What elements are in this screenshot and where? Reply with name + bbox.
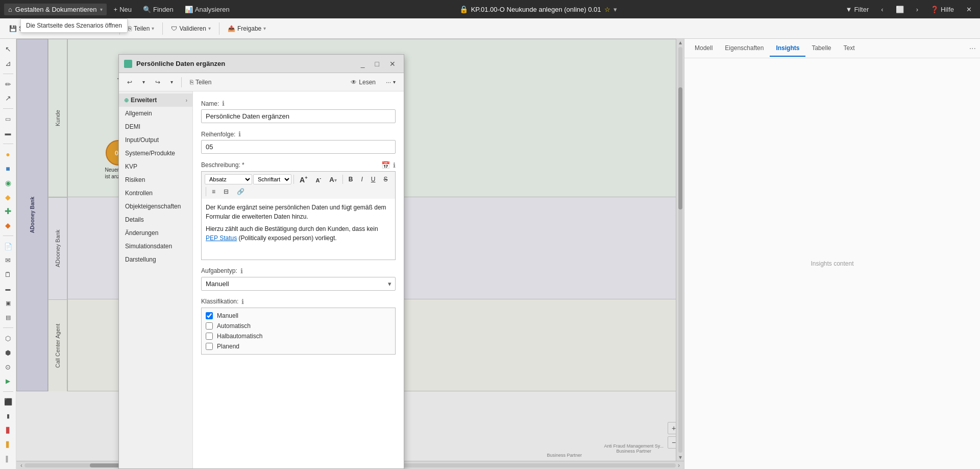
sidebar-item-aenderungen[interactable]: Änderungen: [119, 226, 192, 240]
next-button[interactable]: ›: [912, 4, 922, 15]
modal-share-button[interactable]: ⎘ Teilen: [186, 77, 215, 88]
italic-button[interactable]: I: [357, 174, 366, 184]
sidebar-item-allgemein[interactable]: Allgemein: [119, 107, 192, 120]
modal-back-chevron[interactable]: ▾: [138, 77, 149, 87]
tab-eigenschaften[interactable]: Eigenschaften: [719, 40, 770, 57]
tab-modell[interactable]: Modell: [689, 40, 719, 57]
checkbox-planend[interactable]: [206, 343, 213, 350]
modal-maximize-button[interactable]: □: [372, 59, 382, 69]
tool-hex1[interactable]: ⬡: [1, 332, 15, 344]
tasktype-select[interactable]: Manuell Automatisch Halbautomatisch: [201, 277, 396, 291]
sequence-input[interactable]: [201, 140, 396, 154]
tool-diamond-orange[interactable]: ◆: [1, 219, 15, 231]
prev-button[interactable]: ‹: [877, 4, 887, 15]
filter-button[interactable]: ▼ Filter: [842, 4, 873, 15]
nav-new[interactable]: + Neu: [109, 4, 137, 15]
checkbox-halbautomatisch[interactable]: [206, 333, 213, 340]
description-info-icon[interactable]: ℹ: [393, 161, 396, 169]
tool-grid1[interactable]: ▣: [1, 297, 15, 310]
description-content[interactable]: Der Kunde ergänzt seine persönlichen Dat…: [201, 199, 396, 260]
pep-link[interactable]: PEP Status: [206, 235, 237, 242]
sidebar-item-darstellung[interactable]: Darstellung: [119, 253, 192, 266]
check-manuell[interactable]: Manuell: [206, 312, 391, 319]
tool-screen[interactable]: ⬛: [1, 396, 15, 408]
tool-note[interactable]: 🗒: [1, 269, 15, 281]
right-panel-more-button[interactable]: ···: [969, 44, 976, 53]
sidebar-item-simulationsdaten[interactable]: Simulationsdaten: [119, 240, 192, 253]
tool-play[interactable]: ▶: [1, 375, 15, 387]
tool-bar-b[interactable]: ▋: [1, 438, 15, 451]
check-automatisch[interactable]: Automatisch: [206, 322, 391, 330]
tool-rect-blue[interactable]: ■: [1, 162, 15, 175]
tool-hex2[interactable]: ⬢: [1, 346, 15, 359]
tool-pointer[interactable]: ↖: [1, 43, 15, 55]
check-planend[interactable]: Planend: [206, 343, 391, 350]
tool-circle-yellow[interactable]: ●: [1, 148, 15, 160]
tool-connection[interactable]: ↗: [1, 92, 15, 105]
sidebar-item-kvp[interactable]: KVP: [119, 160, 192, 173]
sidebar-erweitert[interactable]: ⊕ Erweitert ›: [119, 93, 192, 107]
sidebar-item-systeme[interactable]: Systeme/Produkte: [119, 147, 192, 160]
tool-add[interactable]: ✚: [1, 205, 15, 217]
tool-dot-circle[interactable]: ⊙: [1, 361, 15, 373]
favorite-star[interactable]: ☆: [604, 6, 610, 13]
tool-pen[interactable]: ✏: [1, 78, 15, 90]
sidebar-item-kontrollen[interactable]: Kontrollen: [119, 186, 192, 200]
link-button[interactable]: 🔗: [233, 186, 248, 197]
name-info-icon[interactable]: ℹ: [222, 100, 225, 107]
nav-find[interactable]: 🔍 Finden: [138, 4, 179, 15]
share-button[interactable]: ⎘ Teilen ▾: [123, 23, 159, 34]
sidebar-item-demi[interactable]: DEMI: [119, 120, 192, 133]
checkbox-manuell[interactable]: [206, 312, 213, 319]
release-button[interactable]: 📤 Freigabe ▾: [223, 23, 271, 34]
home-button[interactable]: ⌂ Gestalten & Dokumentieren ▾: [4, 4, 107, 15]
text-color-button[interactable]: A▾: [326, 174, 340, 185]
modal-more-button[interactable]: ··· ▾: [382, 77, 400, 88]
tool-rule[interactable]: ▬: [1, 283, 15, 295]
font-select[interactable]: Schriftart: [253, 174, 291, 184]
tool-event-green[interactable]: ◉: [1, 177, 15, 189]
tab-text[interactable]: Text: [837, 40, 861, 57]
ordered-list-button[interactable]: ⊟: [220, 186, 232, 197]
check-halbautomatisch[interactable]: Halbautomatisch: [206, 333, 391, 340]
bullet-list-button[interactable]: ≡: [208, 186, 219, 197]
tool-rect-sm[interactable]: ▮: [1, 410, 15, 423]
format-select[interactable]: Absatz Überschrift 1 Überschrift 2: [205, 174, 252, 184]
tool-rect-outline[interactable]: ▭: [1, 113, 15, 125]
tool-email[interactable]: ✉: [1, 254, 15, 267]
tool-bar-a[interactable]: ▊: [1, 425, 15, 437]
tool-diamond-yellow[interactable]: ◆: [1, 191, 15, 203]
checkbox-automatisch[interactable]: [206, 322, 213, 330]
sidebar-item-details[interactable]: Details: [119, 213, 192, 226]
text-bigger-button[interactable]: A+: [296, 174, 311, 185]
modal-back-button[interactable]: ↩: [123, 77, 136, 88]
help-button[interactable]: ❓ Hilfe: [926, 4, 958, 15]
sidebar-item-inputoutput[interactable]: Input/Output: [119, 133, 192, 147]
modal-close-button[interactable]: ✕: [386, 59, 399, 69]
classification-info-icon[interactable]: ℹ: [241, 298, 244, 306]
underline-button[interactable]: U: [368, 174, 379, 184]
tool-filter[interactable]: ⊿: [1, 57, 15, 69]
minimize-button[interactable]: _: [358, 59, 368, 69]
calendar-icon[interactable]: 📅: [381, 161, 390, 169]
tool-bar-c[interactable]: ▌: [1, 453, 15, 465]
name-input[interactable]: [201, 109, 396, 123]
tasktype-info-icon[interactable]: ℹ: [240, 267, 243, 275]
nav-analyse[interactable]: 📊 Analysieren: [180, 4, 235, 15]
canvas-area[interactable]: Kunde ADooney Bank Call Center Agent ADo…: [16, 39, 684, 469]
text-smaller-button[interactable]: A-: [312, 174, 325, 185]
bold-button[interactable]: B: [345, 174, 357, 184]
tab-tabelle[interactable]: Tabelle: [805, 40, 837, 57]
sidebar-item-objekteig[interactable]: Objekteigenschaften: [119, 200, 192, 213]
modal-forward-button[interactable]: ↪: [151, 77, 164, 88]
sequence-info-icon[interactable]: ℹ: [238, 130, 241, 138]
strikethrough-button[interactable]: S: [380, 174, 391, 184]
sidebar-item-risiken[interactable]: Risiken: [119, 173, 192, 186]
modal-forward-chevron[interactable]: ▾: [166, 77, 177, 87]
tool-rect-filled[interactable]: ▬: [1, 127, 15, 139]
tool-grid2[interactable]: ▤: [1, 312, 15, 324]
modal-read-button[interactable]: 👁 Lesen: [347, 77, 380, 88]
close-button[interactable]: ✕: [962, 4, 976, 15]
validate-button[interactable]: 🛡 Validieren ▾: [166, 23, 215, 34]
title-chevron[interactable]: ▾: [614, 6, 617, 13]
